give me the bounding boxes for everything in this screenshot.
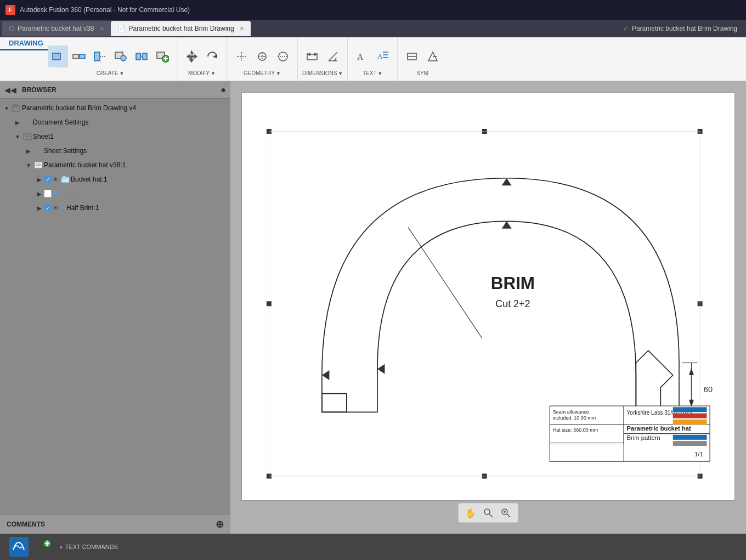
canvas-area[interactable]: BRIM Cut 2+2 60 — [230, 81, 746, 534]
toolbar-create-section: CREATE ▼ — [44, 37, 177, 81]
footer-app-icon[interactable] — [9, 537, 29, 557]
projected-view-button[interactable] — [69, 46, 89, 67]
tree-expand-half-brim-1[interactable]: ▶ — [35, 203, 44, 212]
svg-text:A: A — [357, 52, 364, 61]
text-style-button[interactable]: A — [373, 46, 393, 67]
svg-text:included: 10.00 mm: included: 10.00 mm — [553, 415, 596, 421]
svg-text:Hat size: 560.00 mm: Hat size: 560.00 mm — [553, 427, 598, 433]
modify-label: MODIFY ▼ — [188, 70, 216, 78]
tree-item-sheet1[interactable]: ▼ Sheet1 — [0, 129, 230, 144]
center-mark-button[interactable] — [252, 46, 272, 67]
toolbar-modify-buttons — [182, 39, 222, 70]
add-comment-button[interactable]: ⊕ — [216, 518, 224, 530]
tree-icon-bucket-hat-1 — [60, 175, 71, 184]
sym2-button[interactable] — [423, 46, 443, 67]
move-button[interactable] — [182, 46, 201, 67]
svg-line-27 — [329, 52, 337, 61]
svg-text:BRIM: BRIM — [491, 274, 535, 293]
tab-drawing[interactable]: 📄 Parametric bucket hat Brim Drawing × — [111, 21, 251, 36]
tab-main-label: Parametric bucket hat v38 — [18, 25, 94, 32]
tree-label-half-brim-1: Half Brim:1 — [66, 204, 228, 212]
tree-expand-bucket-hat-1[interactable]: ▶ — [35, 175, 44, 184]
linear-dim-button[interactable] — [302, 46, 322, 67]
tree-expand-bucket-hat[interactable]: ▼ — [24, 161, 33, 169]
centerline-button[interactable] — [231, 46, 251, 67]
tree-item-sheet-settings[interactable]: ▶ ⚙ Sheet Settings — [0, 144, 230, 158]
tree-checkbox-half-side-1[interactable] — [44, 190, 52, 197]
tree-expand-doc-settings[interactable]: ▶ — [13, 118, 22, 127]
tab-main-close[interactable]: × — [99, 24, 104, 33]
angular-dim-button[interactable] — [323, 46, 343, 67]
toolbar-sym-buttons — [402, 39, 443, 70]
right-tab-label: Parametric bucket hat Brim Drawing — [632, 25, 737, 32]
text-button[interactable]: A — [352, 46, 372, 67]
svg-rect-2 — [80, 54, 85, 59]
toolbar-dimension-buttons — [302, 39, 343, 70]
tree-expand-sheet-settings[interactable]: ▶ — [24, 146, 33, 155]
title-bar: F Autodesk Fusion 360 (Personal - Not fo… — [0, 0, 746, 20]
tree-checkbox-bucket-hat-1[interactable]: ✓ — [44, 176, 52, 183]
sym1-button[interactable] — [402, 46, 422, 67]
zoom-window-button[interactable] — [498, 505, 513, 521]
drawing-canvas[interactable]: BRIM Cut 2+2 60 — [241, 92, 735, 501]
svg-rect-42 — [35, 162, 42, 168]
add-tab-button[interactable] — [35, 538, 53, 556]
svg-rect-81 — [673, 441, 707, 446]
svg-marker-65 — [502, 178, 512, 185]
drawing-tab-text: DRAWING — [9, 39, 43, 47]
detail-view-button[interactable] — [111, 46, 131, 67]
svg-rect-1 — [73, 54, 78, 59]
toolbar-text-buttons: A A — [352, 39, 393, 70]
tab-drawing-close[interactable]: × — [240, 24, 244, 33]
text-label: TEXT ▼ — [363, 70, 382, 78]
tree-item-bucket-hat-v38[interactable]: ▼ Parametric bucket hat v38:1 — [0, 158, 230, 172]
browser-back-button[interactable]: ◀◀ — [4, 86, 16, 94]
tree-item-doc-settings[interactable]: ▶ ⚙ Document Settings — [0, 115, 230, 129]
svg-line-56 — [408, 228, 482, 338]
create-label: CREATE ▼ — [97, 70, 125, 78]
tree-item-root[interactable]: ▼ Parametric bucket hat Brim Drawing v4 — [0, 101, 230, 115]
tree-item-half-side-1[interactable]: ▶ ⚑ Half Side:1 — [0, 186, 230, 201]
toolbar-geometry-section: GEOMETRY ▼ — [227, 37, 298, 81]
tree-item-bucket-hat-1[interactable]: ▶ ✓ 👁 Bucket hat:1 — [0, 172, 230, 186]
zoom-fit-button[interactable] — [481, 505, 496, 521]
svg-rect-80 — [673, 435, 707, 440]
tree-icon-sheet-settings: ⚙ — [33, 146, 44, 155]
base-view-button[interactable] — [48, 46, 68, 67]
add-view-button[interactable] — [152, 46, 172, 67]
tree-label-half-side-1: Half Side:1 — [59, 190, 228, 197]
break-view-button[interactable] — [132, 46, 151, 67]
browser-close-button[interactable]: ● — [221, 85, 226, 95]
svg-text:1/1: 1/1 — [694, 451, 703, 457]
browser-header: ◀◀ BROWSER ● — [0, 81, 230, 99]
svg-point-87 — [484, 509, 490, 514]
svg-marker-66 — [322, 370, 329, 380]
text-commands-label: ● TEXT COMMANDS — [59, 544, 118, 550]
tree-label-doc-settings: Document Settings — [33, 118, 228, 126]
tree-icon-root — [11, 104, 22, 112]
tree-eye-half-brim-1[interactable]: 👁 — [53, 205, 59, 211]
tab-bar: ⬡ Parametric bucket hat v38 × 📄 Parametr… — [0, 20, 746, 37]
tree-label-bucket-hat-v38: Parametric bucket hat v38:1 — [44, 161, 228, 169]
tree-checkbox-half-brim-1[interactable]: ✓ — [44, 204, 52, 212]
pan-button[interactable]: ✋ — [463, 505, 478, 521]
tree-expand-sheet1[interactable]: ▼ — [13, 132, 22, 141]
app-icon: F — [5, 5, 15, 15]
tree-label-root: Parametric bucket hat Brim Drawing v4 — [22, 104, 228, 112]
circle-button[interactable] — [273, 46, 293, 67]
tree-item-half-brim-1[interactable]: ▶ ✓ 👁 ⚑ Half Brim:1 — [0, 201, 230, 215]
tab-main[interactable]: ⬡ Parametric bucket hat v38 × — [2, 21, 111, 36]
section-view-button[interactable] — [90, 46, 110, 67]
tree-expand-half-side-1[interactable]: ▶ — [35, 189, 44, 198]
toolbar-sym-section: SYM — [398, 37, 447, 81]
toolbar-dimensions-section: DIMENSIONS ▼ — [298, 37, 348, 81]
tree-eye-bucket-hat-1[interactable]: 👁 — [53, 176, 59, 183]
tree-expand-root[interactable]: ▼ — [2, 104, 11, 112]
rotate-button[interactable] — [202, 46, 222, 67]
svg-marker-62 — [689, 368, 694, 375]
tree-flag-half-brim-1: ⚑ — [60, 204, 66, 212]
tree-flag-half-side-1: ⚑ — [53, 190, 59, 198]
svg-rect-77 — [673, 420, 707, 425]
toolbar-geometry-buttons — [231, 39, 293, 70]
comments-label: COMMENTS — [7, 521, 45, 528]
